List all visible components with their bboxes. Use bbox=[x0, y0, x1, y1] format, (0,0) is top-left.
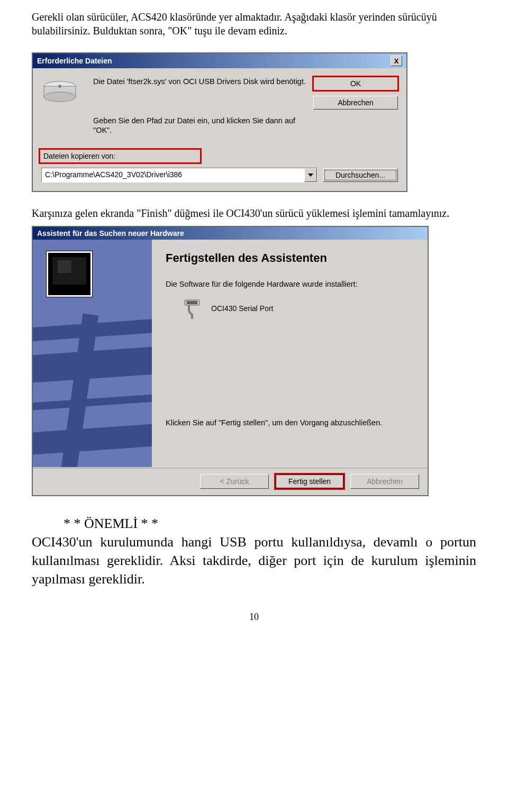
chevron-down-icon[interactable] bbox=[304, 168, 317, 182]
finish-button[interactable]: Fertig stellen bbox=[275, 474, 344, 489]
required-files-dialog: Erforderliche Dateien X Die Datei 'ftser… bbox=[32, 52, 407, 192]
close-icon[interactable]: X bbox=[391, 56, 402, 66]
wizard-subtext: Die Software für die folgende Hardware w… bbox=[166, 280, 414, 288]
path-value: C:\Programme\ACS420_3V02\Driver\i386 bbox=[42, 168, 304, 182]
page-number: 10 bbox=[32, 612, 476, 623]
dialog-titlebar: Erforderliche Dateien X bbox=[33, 53, 406, 68]
svg-rect-6 bbox=[187, 301, 197, 304]
svg-point-3 bbox=[58, 85, 61, 88]
note-title: * * ÖNEMLİ * * bbox=[64, 516, 158, 531]
back-button: < Zurück bbox=[200, 474, 269, 489]
wizard-heading: Fertigstellen des Assistenten bbox=[166, 251, 414, 265]
note-body: OCI430'un kurulumunda hangi USB portu ku… bbox=[32, 534, 476, 587]
wizard-titlebar: Assistent für das Suchen neuer Hardware bbox=[33, 227, 428, 240]
copy-from-label: Dateien kopieren von: bbox=[41, 151, 199, 161]
wizard-sidebar bbox=[33, 240, 152, 467]
cancel-button[interactable]: Abbrechen bbox=[313, 96, 398, 110]
wizard-instruction: Klicken Sie auf "Fertig stellen", um den… bbox=[166, 418, 414, 427]
svg-marker-4 bbox=[308, 174, 313, 177]
svg-point-2 bbox=[44, 92, 76, 102]
hardware-name: OCI430 Serial Port bbox=[211, 304, 274, 313]
hardware-wizard-dialog: Assistent für das Suchen neuer Hardware … bbox=[32, 226, 429, 496]
mid-paragraph: Karşınıza gelen ekranda "Finish" düğmesi… bbox=[32, 207, 476, 221]
computer-icon bbox=[47, 251, 92, 297]
intro-paragraph: Gerekli olan sürücüler, ACS420 klasöründ… bbox=[32, 11, 476, 38]
wizard-cancel-button: Abbrechen bbox=[350, 474, 419, 489]
dialog-message-1: Die Datei 'ftser2k.sys' von OCI USB Driv… bbox=[93, 77, 308, 86]
dialog-message-2: Geben Sie den Pfad zur Datei ein, und kl… bbox=[93, 116, 308, 135]
important-note: * * ÖNEMLİ * * OCI430'un kurulumunda han… bbox=[32, 514, 476, 588]
dialog-title: Erforderliche Dateien bbox=[37, 57, 391, 65]
wizard-footer: < Zurück Fertig stellen Abbrechen bbox=[33, 467, 428, 495]
serial-port-icon bbox=[182, 298, 204, 319]
ok-button[interactable]: OK bbox=[313, 77, 398, 90]
browse-button[interactable]: Durchsuchen... bbox=[323, 168, 398, 182]
harddisk-icon bbox=[41, 77, 78, 103]
path-combobox[interactable]: C:\Programme\ACS420_3V02\Driver\i386 bbox=[41, 168, 318, 183]
